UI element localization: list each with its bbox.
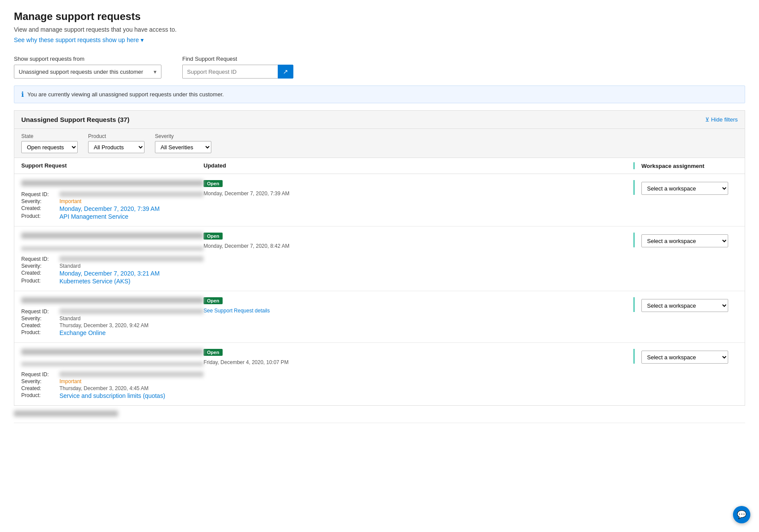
left-headers: Support Request Updated	[21, 162, 634, 169]
col-header-workspace: Workspace assignment	[641, 163, 704, 169]
request-meta-2: Request ID: Severity: Standard Created: …	[21, 256, 204, 285]
workspace-select-2[interactable]: Select a workspace	[641, 234, 728, 247]
severity-filter-group: Severity All Severities	[155, 133, 211, 153]
status-badge-1: Open	[204, 180, 223, 187]
severity-3: Standard	[59, 315, 204, 322]
state-filter-group: State Open requests	[21, 133, 78, 153]
request-info-4: Request ID: Severity: Important Created:…	[21, 349, 204, 399]
workspace-select-1[interactable]: Select a workspace	[641, 182, 728, 195]
show-from-label: Show support requests from	[14, 56, 161, 62]
product-1[interactable]: API Management Service	[59, 213, 204, 220]
workspace-select-3[interactable]: Select a workspace	[641, 299, 728, 312]
top-controls: Show support requests from Unassigned su…	[14, 56, 745, 79]
info-banner-text: You are currently viewing all unassigned…	[27, 91, 224, 98]
request-meta-3: Request ID: Severity: Standard Created: …	[21, 309, 204, 336]
created-4: Thursday, December 3, 2020, 4:45 AM	[59, 385, 204, 391]
table-row: Request ID: Severity: Important Created:…	[14, 174, 745, 227]
show-from-group: Show support requests from Unassigned su…	[14, 56, 161, 79]
external-link-icon: ↗	[283, 68, 288, 75]
product-filter-group: Product All Products	[88, 133, 145, 153]
request-info-3: Request ID: Severity: Standard Created: …	[21, 297, 204, 336]
state-filter-label: State	[21, 133, 78, 139]
updated-col-3: Open See Support Request details	[204, 297, 634, 336]
show-from-value: Unassigned support requests under this c…	[19, 69, 143, 75]
workspace-header: Workspace assignment	[634, 162, 738, 169]
requests-table: Support Request Updated Workspace assign…	[14, 158, 745, 406]
workspace-select-4[interactable]: Select a workspace	[641, 351, 728, 364]
status-badge-4: Open	[204, 349, 223, 356]
product-filter-label: Product	[88, 133, 145, 139]
created-2[interactable]: Monday, December 7, 2020, 3:21 AM	[59, 270, 204, 277]
created-1[interactable]: Monday, December 7, 2020, 7:39 AM	[59, 205, 204, 212]
show-from-dropdown[interactable]: Unassigned support requests under this c…	[14, 65, 161, 79]
severity-filter-label: Severity	[155, 133, 211, 139]
chevron-down-icon: ▾	[154, 69, 157, 75]
status-badge-3: Open	[204, 297, 223, 304]
table-row: Request ID: Severity: Standard Created: …	[14, 291, 745, 343]
find-input[interactable]	[182, 65, 278, 79]
info-banner: ℹ You are currently viewing all unassign…	[14, 85, 745, 103]
table-row: Request ID: Severity: Standard Created: …	[14, 227, 745, 291]
product-2[interactable]: Kubernetes Service (AKS)	[59, 278, 204, 285]
request-meta-4: Request ID: Severity: Important Created:…	[21, 371, 204, 399]
updated-time-2: Monday, December 7, 2020, 8:42 AM	[204, 243, 634, 249]
bottom-row-hint	[14, 406, 745, 423]
workspace-cell-1: Select a workspace	[634, 180, 738, 195]
workspace-cell-4: Select a workspace	[634, 349, 738, 364]
find-group: Find Support Request ↗	[182, 56, 293, 79]
updated-time-4: Friday, December 4, 2020, 10:07 PM	[204, 359, 634, 365]
chevron-down-icon: ▾	[141, 36, 144, 43]
state-filter-select[interactable]: Open requests	[21, 141, 78, 153]
find-row: ↗	[182, 65, 293, 79]
find-button[interactable]: ↗	[278, 65, 293, 79]
col-header-updated: Updated	[204, 162, 634, 169]
product-3[interactable]: Exchange Online	[59, 329, 204, 336]
updated-time-1: Monday, December 7, 2020, 7:39 AM	[204, 190, 634, 197]
request-info-2: Request ID: Severity: Standard Created: …	[21, 233, 204, 285]
request-title-3[interactable]	[21, 297, 204, 303]
severity-4: Important	[59, 378, 204, 384]
table-row: Request ID: Severity: Important Created:…	[14, 343, 745, 405]
info-icon: ℹ	[21, 90, 24, 99]
section-title: Unassigned Support Requests (37)	[21, 116, 129, 123]
request-meta-1: Request ID: Severity: Important Created:…	[21, 191, 204, 220]
find-label: Find Support Request	[182, 56, 293, 62]
col-header-request: Support Request	[21, 162, 204, 169]
created-3: Thursday, December 3, 2020, 9:42 AM	[59, 322, 204, 328]
updated-col-2: Open Monday, December 7, 2020, 8:42 AM	[204, 233, 634, 285]
page-subtitle: View and manage support requests that yo…	[14, 26, 745, 33]
updated-col-4: Open Friday, December 4, 2020, 10:07 PM	[204, 349, 634, 399]
see-details-link-3[interactable]: See Support Request details	[204, 308, 634, 314]
request-title-4[interactable]	[21, 349, 204, 355]
request-info-1: Request ID: Severity: Important Created:…	[21, 180, 204, 220]
severity-2: Standard	[59, 263, 204, 269]
filter-icon: ⊻	[705, 116, 710, 123]
request-title-2[interactable]	[21, 233, 204, 239]
table-header: Support Request Updated Workspace assign…	[14, 158, 745, 174]
workspace-cell-3: Select a workspace	[634, 297, 738, 312]
section-header: Unassigned Support Requests (37) ⊻ Hide …	[14, 110, 745, 128]
severity-1: Important	[59, 198, 204, 204]
see-why-link[interactable]: See why these support requests show up h…	[14, 36, 144, 43]
status-badge-2: Open	[204, 233, 223, 240]
page-title: Manage support requests	[14, 10, 745, 23]
hide-filters-button[interactable]: ⊻ Hide filters	[705, 116, 738, 123]
row3-left: Request ID: Severity: Standard Created: …	[21, 297, 634, 336]
product-filter-select[interactable]: All Products	[88, 141, 145, 153]
row2-left: Request ID: Severity: Standard Created: …	[21, 233, 634, 285]
workspace-cell-2: Select a workspace	[634, 233, 738, 247]
filters-row: State Open requests Product All Products…	[14, 128, 745, 158]
row1-left: Request ID: Severity: Important Created:…	[21, 180, 634, 220]
product-4[interactable]: Service and subscription limits (quotas)	[59, 392, 204, 399]
row4-left: Request ID: Severity: Important Created:…	[21, 349, 634, 399]
updated-col-1: Open Monday, December 7, 2020, 7:39 AM	[204, 180, 634, 220]
severity-filter-select[interactable]: All Severities	[155, 141, 211, 153]
request-title-1[interactable]	[21, 180, 204, 186]
